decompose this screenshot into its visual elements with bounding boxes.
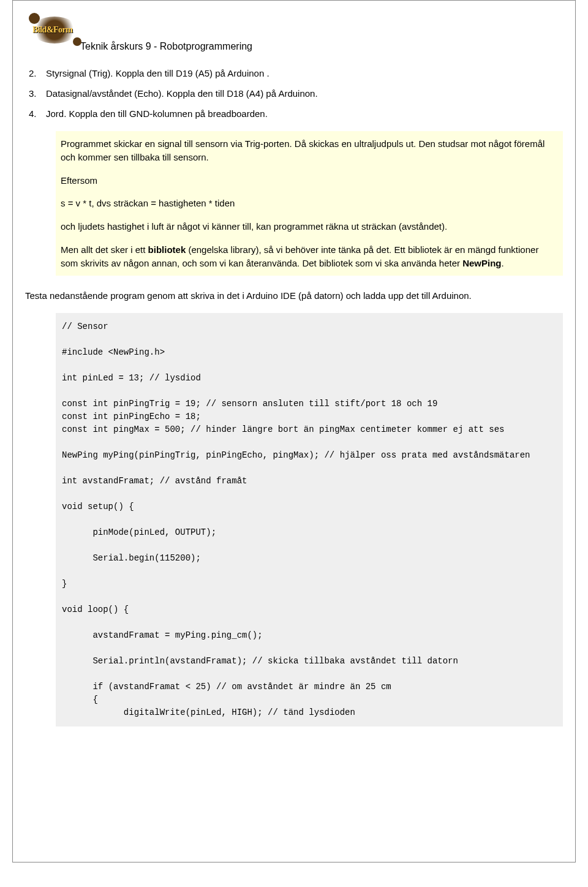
info-paragraph: Men allt det sker i ett bibliotek (engel… xyxy=(61,243,558,270)
body-paragraph: Testa nedanstående program genom att skr… xyxy=(25,289,563,302)
info-text: . xyxy=(502,258,504,268)
list-item-text: Jord. Koppla den till GND-kolumnen på br… xyxy=(46,108,268,119)
info-text: Men allt det sker i ett xyxy=(61,244,148,255)
code-block: // Sensor #include <NewPing.h> int pinLe… xyxy=(56,313,563,727)
list-item-text: Styrsignal (Trig). Koppla den till D19 (… xyxy=(46,68,270,78)
list-item: 4. Jord. Koppla den till GND-kolumnen på… xyxy=(29,108,563,119)
list-item-number: 3. xyxy=(29,88,39,99)
list-item-number: 4. xyxy=(29,108,39,119)
document-page: Bild&Form Teknik årskurs 9 - Robotprogra… xyxy=(12,0,576,862)
list-item-number: 2. xyxy=(29,68,39,78)
info-paragraph: s = v * t, dvs sträckan = hastigheten * … xyxy=(61,197,558,210)
document-title: Teknik årskurs 9 - Robotprogrammering xyxy=(80,41,563,52)
logo-text: Bild&Form xyxy=(32,25,73,35)
info-paragraph: och ljudets hastighet i luft är något vi… xyxy=(61,220,558,233)
logo: Bild&Form xyxy=(25,13,86,50)
list-item: 3. Datasignal/avståndet (Echo). Koppla d… xyxy=(29,88,563,99)
info-paragraph: Programmet skickar en signal till sensor… xyxy=(61,137,558,164)
numbered-list: 2. Styrsignal (Trig). Koppla den till D1… xyxy=(29,68,563,119)
info-paragraph: Eftersom xyxy=(61,174,558,187)
info-box: Programmet skickar en signal till sensor… xyxy=(56,131,563,276)
info-bold: bibliotek xyxy=(148,244,186,255)
list-item-text: Datasignal/avståndet (Echo). Koppla den … xyxy=(46,88,318,99)
list-item: 2. Styrsignal (Trig). Koppla den till D1… xyxy=(29,68,563,78)
info-bold: NewPing xyxy=(462,258,501,268)
